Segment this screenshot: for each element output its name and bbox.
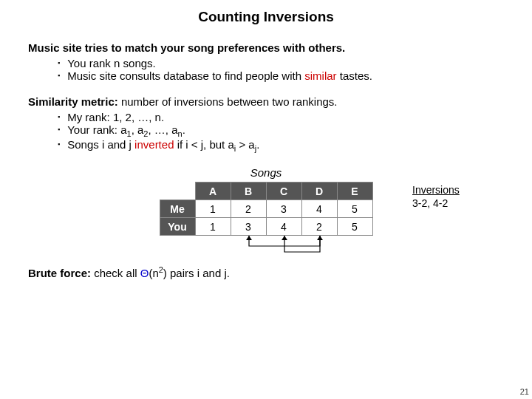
brute-pre: Brute force: [28,267,91,279]
intro-bullet-1-text: You rank n songs. [67,57,156,69]
inversions-label: Inversions [412,184,460,196]
col-b: B [231,183,266,200]
metric-list: My rank: 1, 2, …, n. Your rank: a1, a2, … [28,111,504,153]
table-header-row: A B C D E [160,183,372,200]
mb2-post: , …, a [148,123,177,136]
intro-bullet-2-hl: similar [304,69,336,82]
col-c: C [266,183,301,200]
intro-bullet-2: Music site consults database to find peo… [58,69,504,82]
songs-table: A B C D E Me 1 2 3 4 5 You 1 3 4 2 5 [160,182,373,236]
intro-bullet-1: You rank n songs. [58,57,504,69]
inversions-items: 3-2, 4-2 [412,197,460,209]
mb2-mid: , a [132,123,144,136]
table-wrap: Songs A B C D E Me 1 2 3 4 5 You 1 3 [28,166,504,258]
you-d: 2 [301,218,337,236]
metric-bullet-3: Songs i and j inverted if i < j, but ai … [58,138,504,153]
you-a: 1 [195,218,231,236]
mb3-mid: if i < j, but a [174,138,233,151]
brute-force-line: Brute force: check all Θ(n2) pairs i and… [28,265,504,279]
me-a: 1 [195,200,231,218]
me-d: 4 [301,200,337,218]
col-a: A [195,183,231,200]
col-d: D [301,183,337,200]
metric-bullet-2: Your rank: a1, a2, …, an. [58,123,504,138]
col-e: E [337,183,372,200]
theta-symbol: Θ [140,267,149,279]
title: Counting Inversions [28,9,504,25]
you-e: 5 [337,218,372,236]
slide: Counting Inversions Music site tries to … [0,0,532,279]
you-c: 4 [266,218,301,236]
blank-cell [160,183,195,200]
inversion-arrows [159,236,373,258]
table-row-you: You 1 3 4 2 5 [160,218,372,236]
mb3-pre: Songs i and j [67,138,134,151]
you-b: 3 [231,218,266,236]
intro-bullet-2-pre: Music site consults database to find peo… [67,69,304,82]
row-me-label: Me [160,200,195,218]
mb3-hl: inverted [134,138,174,151]
svg-marker-1 [317,236,323,240]
mb2-end: . [183,123,185,136]
inversions-box: Inversions 3-2, 4-2 [412,184,460,209]
brute-mid: check all [91,267,140,279]
metric-post: number of inversions between two ranking… [118,95,338,108]
page-number: 21 [520,387,529,396]
songs-label: Songs [28,166,504,179]
intro-bullet-2-post: tastes. [337,69,372,82]
svg-marker-2 [282,236,287,240]
mb2-pre: Your rank: a [67,123,126,136]
svg-marker-0 [246,236,252,240]
mb3-end: . [256,138,259,151]
intro-list: You rank n songs. Music site consults da… [28,57,504,82]
mb3-mid2: > a [236,138,254,151]
metric-pre: Similarity metric: [28,95,118,108]
metric-bullet-1-text: My rank: 1, 2, …, n. [67,111,164,123]
row-you-label: You [160,218,195,236]
me-c: 3 [266,200,301,218]
metric-bullet-1: My rank: 1, 2, …, n. [58,111,504,123]
me-e: 5 [337,200,372,218]
metric-line: Similarity metric: number of inversions … [28,95,504,108]
me-b: 2 [231,200,266,218]
brute-open: (n [149,267,158,279]
table-row-me: Me 1 2 3 4 5 [160,200,372,218]
intro-line: Music site tries to match your song pref… [28,41,504,54]
brute-post: ) pairs i and j. [163,267,230,279]
